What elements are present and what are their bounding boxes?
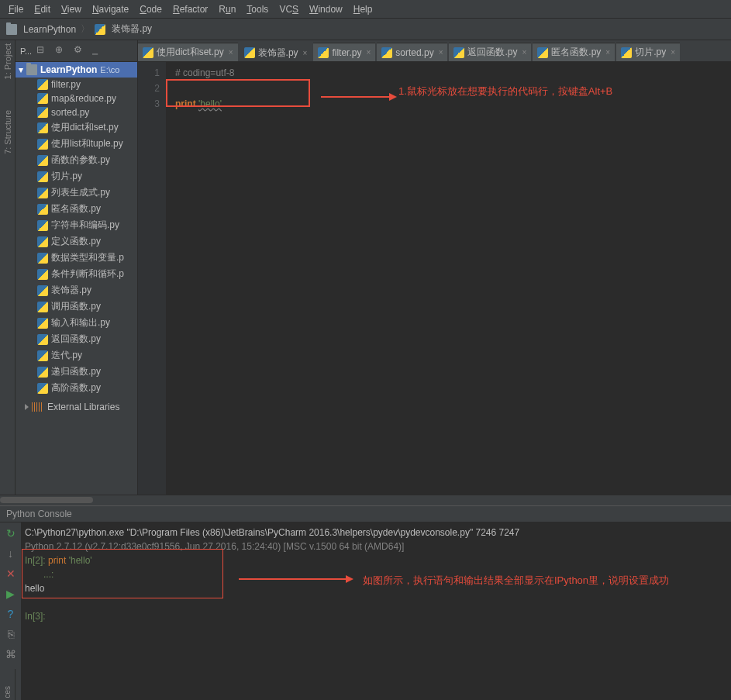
- close-icon[interactable]: ×: [303, 49, 308, 57]
- tree-item[interactable]: 高阶函数.py: [16, 380, 137, 396]
- close-icon[interactable]: ×: [671, 48, 675, 57]
- tree-item[interactable]: 定义函数.py: [16, 233, 137, 250]
- menu-tools[interactable]: Tools: [241, 4, 274, 15]
- menu-window[interactable]: Window: [304, 4, 348, 15]
- tree-root[interactable]: ▾ LearnPython E:\co: [16, 62, 137, 78]
- python-file-icon: [37, 334, 48, 345]
- python-file-icon: [37, 139, 48, 150]
- external-libraries[interactable]: External Libraries: [16, 399, 137, 415]
- side-tab-project[interactable]: 1: Project: [3, 43, 12, 79]
- tree-item[interactable]: 装饰器.py: [16, 282, 137, 298]
- tree-item[interactable]: 匿名函数.py: [16, 201, 137, 217]
- breadcrumb-project[interactable]: LearnPython: [23, 24, 76, 35]
- line-number: 1: [138, 65, 160, 81]
- editor-area: 使用dict和set.py×装饰器.py×filter.py×sorted.py…: [138, 40, 731, 495]
- editor-tab[interactable]: sorted.py×: [377, 43, 447, 61]
- python-file-icon: [37, 107, 48, 118]
- tree-item-label: map&reduce.py: [51, 93, 116, 104]
- python-file-icon: [453, 47, 464, 58]
- menu-file[interactable]: File: [3, 4, 29, 15]
- menu-help[interactable]: Help: [348, 4, 378, 15]
- close-icon[interactable]: ×: [366, 48, 371, 57]
- toolbar-label[interactable]: P...: [20, 47, 32, 56]
- hide-icon[interactable]: ⎯: [92, 44, 106, 58]
- python-file-icon: [621, 47, 632, 58]
- tree-item[interactable]: 函数的参数.py: [16, 152, 137, 168]
- python-console: ↻ ↓ ✕ ▶ ? ⎘ ⌘ ✱ ＋ C:\Python27\python.exe…: [0, 522, 731, 700]
- tree-item[interactable]: 递归函数.py: [16, 364, 137, 380]
- editor-tab[interactable]: 匿名函数.py×: [533, 43, 615, 61]
- tree-item[interactable]: 使用dict和set.py: [16, 119, 137, 136]
- tree-item-label: 字符串和编码.py: [51, 219, 119, 232]
- scrollbar-thumb[interactable]: [0, 497, 93, 503]
- menu-refactor[interactable]: Refactor: [167, 4, 213, 15]
- tab-label: filter.py: [332, 47, 361, 58]
- run-icon[interactable]: ▶: [5, 588, 17, 600]
- tree-item-label: 装饰器.py: [51, 284, 91, 297]
- gear-icon[interactable]: ⚙: [74, 44, 88, 58]
- breadcrumb-file[interactable]: 装饰器.py: [112, 22, 152, 36]
- tree-item-label: 列表生成式.py: [51, 186, 110, 199]
- side-tab-favorites[interactable]: ces: [3, 686, 12, 698]
- folder-icon: [6, 24, 17, 35]
- code-editor[interactable]: 1 2 3 # coding=utf-8 print 'hello' 1.鼠标光…: [138, 62, 731, 495]
- tree-item[interactable]: 迭代.py: [16, 347, 137, 364]
- tree-root-name: LearnPython: [40, 64, 97, 75]
- locate-icon[interactable]: ⊕: [55, 44, 69, 58]
- close-icon[interactable]: ×: [522, 48, 526, 57]
- tree-item[interactable]: 调用函数.py: [16, 298, 137, 315]
- menu-view[interactable]: View: [56, 4, 87, 15]
- editor-tab[interactable]: filter.py×: [313, 43, 375, 61]
- menu-navigate[interactable]: Navigate: [87, 4, 134, 15]
- annotation-text-2: 如图所示，执行语句和输出结果全部显示在IPython里，说明设置成功: [363, 574, 669, 588]
- menu-run[interactable]: Run: [213, 4, 241, 15]
- tree-item[interactable]: 列表生成式.py: [16, 184, 137, 201]
- tree-item[interactable]: 输入和输出.py: [16, 315, 137, 331]
- console-output[interactable]: C:\Python27\python.exe "D:\Program Files…: [22, 522, 731, 700]
- left-tool-strip: 1: Project 7: Structure: [0, 40, 16, 495]
- python-file-icon: [37, 269, 48, 280]
- tree-item[interactable]: map&reduce.py: [16, 91, 137, 105]
- tree-item[interactable]: 使用list和tuple.py: [16, 136, 137, 152]
- tree-item[interactable]: sorted.py: [16, 105, 137, 119]
- console-path: C:\Python27\python.exe "D:\Program Files…: [25, 526, 731, 540]
- tree-item[interactable]: 数据类型和变量.p: [16, 250, 137, 266]
- tab-label: 切片.py: [635, 46, 666, 59]
- code-body[interactable]: # coding=utf-8 print 'hello' 1.鼠标光标放在想要执…: [166, 62, 731, 495]
- editor-tab[interactable]: 使用dict和set.py×: [138, 43, 238, 61]
- tree-item-label: 定义函数.py: [51, 235, 101, 248]
- console-title[interactable]: Python Console: [0, 505, 731, 522]
- settings-icon[interactable]: ⌘: [5, 648, 17, 660]
- horizontal-scrollbar[interactable]: [0, 495, 731, 505]
- stop-icon[interactable]: ✕: [5, 567, 17, 580]
- tree-item[interactable]: filter.py: [16, 78, 137, 91]
- tree-item[interactable]: 切片.py: [16, 168, 137, 184]
- tree-item-label: 使用list和tuple.py: [51, 137, 123, 150]
- editor-tab[interactable]: 切片.py×: [616, 43, 680, 61]
- editor-tab[interactable]: 装饰器.py×: [240, 43, 312, 61]
- close-icon[interactable]: ×: [229, 48, 233, 57]
- tree-item-label: 调用函数.py: [51, 300, 101, 313]
- scroll-down-icon[interactable]: ↓: [5, 547, 17, 560]
- tree-item-label: 数据类型和变量.p: [51, 251, 124, 264]
- help-icon[interactable]: ?: [5, 608, 17, 620]
- python-file-icon: [143, 47, 153, 58]
- menu-edit[interactable]: Edit: [29, 4, 56, 15]
- tree-item[interactable]: 返回函数.py: [16, 331, 137, 347]
- history-icon[interactable]: ⎘: [5, 628, 17, 640]
- line-gutter: 1 2 3: [138, 62, 166, 495]
- rerun-icon[interactable]: ↻: [5, 527, 17, 540]
- tree-item[interactable]: 字符串和编码.py: [16, 217, 137, 233]
- close-icon[interactable]: ×: [439, 48, 443, 57]
- tree-item[interactable]: 条件判断和循环.p: [16, 266, 137, 282]
- editor-tab[interactable]: 返回函数.py×: [449, 43, 531, 61]
- side-tab-structure[interactable]: 7: Structure: [3, 110, 12, 154]
- close-icon[interactable]: ×: [605, 48, 610, 57]
- tree-item-label: 输入和输出.py: [51, 316, 110, 329]
- menu-vcs[interactable]: VCS: [274, 4, 304, 15]
- python-file-icon: [37, 93, 48, 104]
- collapse-icon[interactable]: ⊟: [36, 44, 50, 58]
- python-file-icon: [37, 350, 48, 361]
- menu-code[interactable]: Code: [134, 4, 167, 15]
- tree-item-label: 条件判断和循环.p: [51, 267, 124, 281]
